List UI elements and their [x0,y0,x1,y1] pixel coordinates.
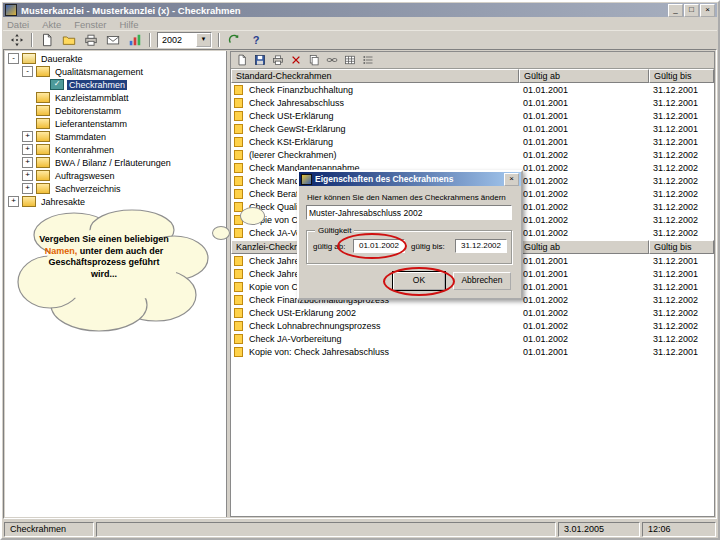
table-row[interactable]: Check Jahresabschluss 01.01.2001 31.12.2… [231,96,714,109]
tree-item[interactable]: Debitorenstamm [19,104,226,117]
gueltig-bis: 31.12.2001 [649,85,714,95]
table-row[interactable]: Check USt-Erklärung 2002 01.01.2002 31.1… [231,306,714,319]
column-header[interactable]: Gültig bis [649,240,714,254]
expander-icon[interactable]: + [22,144,33,155]
delete-icon[interactable] [287,53,305,67]
print-icon[interactable] [269,53,287,67]
expander-icon[interactable]: + [22,183,33,194]
menu-item[interactable]: Fenster [74,19,106,30]
mail-icon[interactable] [102,31,124,49]
checkrahmen-name: Check KSt-Erklärung [245,137,519,147]
minimize-button[interactable]: _ [668,4,683,17]
tree-item[interactable]: + Auftragswesen [19,169,226,182]
close-icon[interactable]: × [504,173,519,186]
tree-item[interactable]: + BWA / Bilanz / Erläuterungen [19,156,226,169]
standard-checkrahmen-header: Standard-Checkrahmen Gültig ab Gültig bi… [231,69,714,83]
table-row[interactable]: Check Finanzbuchhaltung 01.01.2001 31.12… [231,83,714,96]
tree-item-label: Lieferantenstamm [53,119,129,129]
tree-item[interactable]: + Stammdaten [19,130,226,143]
menu-item[interactable]: Hilfe [119,19,138,30]
table-row[interactable]: Check Lohnabrechnungsprozess 01.01.2002 … [231,319,714,332]
table-row[interactable]: Kopie von: Check Jahresabschluss 01.01.2… [231,345,714,358]
print-icon[interactable] [80,31,102,49]
help-icon[interactable]: ? [245,31,267,49]
close-button[interactable]: × [700,4,715,17]
copy-icon[interactable] [305,53,323,67]
menubar: DateiAkteFensterHilfe [3,18,717,31]
tree-item[interactable]: Lieferantenstamm [19,117,226,130]
column-header[interactable]: Gültig bis [649,69,714,83]
tree-item[interactable]: Checkrahmen [33,78,226,91]
tree-item[interactable]: + Kontenrahmen [19,143,226,156]
ok-button[interactable]: OK [393,272,445,290]
note-icon [234,137,243,147]
chevron-down-icon[interactable]: ▼ [196,33,211,47]
status-date: 3.01.2005 [558,522,640,537]
column-header[interactable]: Gültig ab [519,69,649,83]
expander-icon[interactable]: - [8,53,19,64]
menu-item[interactable]: Datei [7,19,29,30]
expander-icon[interactable]: - [22,66,33,77]
note-icon [234,321,243,331]
new-document-icon[interactable] [233,53,251,67]
gueltig-bis: 31.12.2002 [649,334,714,344]
checkrahmen-name: Kopie von: Check Jahresabschluss [245,347,519,357]
table-row[interactable]: (leerer Checkrahmen) 01.01.2002 31.12.20… [231,148,714,161]
new-document-icon[interactable] [36,31,58,49]
tree-item[interactable]: - Qualitätsmanagement [19,65,226,78]
titlebar: Musterkanzlei - Musterkanzlei (x) - Chec… [3,3,717,17]
maximize-button[interactable]: □ [684,4,699,17]
column-header[interactable]: Standard-Checkrahmen [231,69,519,83]
expander-icon[interactable]: + [22,131,33,142]
table-row[interactable]: Check JA-Vorbereitung 01.01.2002 31.12.2… [231,332,714,345]
gueltig-ab: 01.01.2002 [519,334,649,344]
gueltig-bis-field[interactable]: 31.12.2002 [455,239,507,253]
menu-item[interactable]: Akte [42,19,61,30]
gueltig-bis: 31.12.2002 [649,228,714,238]
table-row[interactable]: Check KSt-Erklärung 01.01.2001 31.12.200… [231,135,714,148]
note-icon [234,228,243,238]
expander-icon[interactable]: + [22,170,33,181]
gueltig-bis: 31.12.2001 [649,347,714,357]
cancel-button[interactable]: Abbrechen [453,272,511,290]
gueltig-ab: 01.01.2002 [519,189,649,199]
dialog-titlebar[interactable]: Eigenschaften des Checkrahmens × [299,172,521,186]
note-icon [234,308,243,318]
toolbar-separator [31,33,33,47]
tree-item[interactable]: - Dauerakte [5,52,226,65]
note-icon [234,124,243,134]
pan-icon[interactable] [6,31,28,49]
chart-icon[interactable] [124,31,146,49]
year-combobox[interactable]: 2002 ▼ [157,32,212,48]
table-row[interactable]: Check GewSt-Erklärung 01.01.2001 31.12.2… [231,122,714,135]
tree-item-label: Debitorenstamm [53,106,123,116]
column-header[interactable]: Gültig ab [519,240,649,254]
tree-item[interactable]: Kanzleistammblatt [19,91,226,104]
name-input[interactable] [306,205,512,220]
tree-item-label: Qualitätsmanagement [53,67,145,77]
open-folder-icon[interactable] [58,31,80,49]
gueltig-bis: 31.12.2002 [649,189,714,199]
tree-node-icon [36,144,50,155]
refresh-icon[interactable] [223,31,245,49]
gueltig-ab: 01.01.2001 [519,85,649,95]
list-view-icon[interactable] [359,53,377,67]
gueltig-bis: 31.12.2002 [649,295,714,305]
tree-item[interactable]: + Sachverzeichnis [19,182,226,195]
note-icon [234,150,243,160]
gueltig-ab-field[interactable]: 01.01.2002 [353,239,405,253]
tree-node-icon [36,131,50,142]
gueltig-bis: 31.12.2002 [649,176,714,186]
note-icon [234,334,243,344]
table-row[interactable]: Check USt-Erklärung 01.01.2001 31.12.200… [231,109,714,122]
link-icon[interactable] [323,53,341,67]
gueltigkeit-groupbox: Gültigkeit gültig ab: 01.01.2002 gültig … [306,230,512,264]
grid-view-icon[interactable] [341,53,359,67]
dialog-title: Eigenschaften des Checkrahmens [315,174,504,184]
note-icon [234,256,243,266]
save-icon[interactable] [251,53,269,67]
gueltig-ab: 01.01.2001 [519,256,649,266]
expander-icon[interactable]: + [22,157,33,168]
status-time: 12:06 [642,522,716,537]
gueltig-ab: 01.01.2002 [519,150,649,160]
